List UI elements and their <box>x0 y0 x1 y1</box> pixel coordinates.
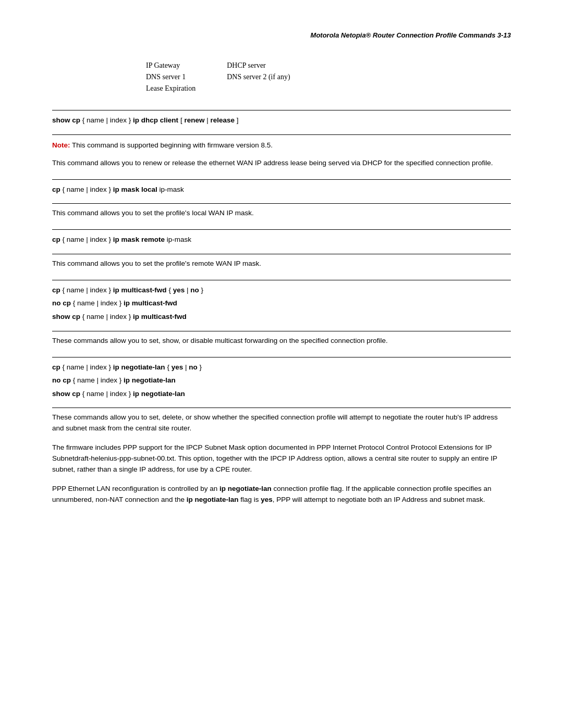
section-divider <box>52 229 511 230</box>
command-block: cp { name | index } ip multicast-fwd { y… <box>52 285 511 323</box>
info-table: IP Gateway DHCP server DNS server 1 DNS … <box>146 60 511 94</box>
negotiate-description-2: The firmware includes PPP support for th… <box>52 442 511 475</box>
table-row: IP Gateway DHCP server <box>146 60 322 71</box>
command-line: no cp { name | index } ip multicast-fwd <box>52 298 511 309</box>
cmd-ip-negotiate-lan: ip negotiate-lan <box>133 390 185 398</box>
cmd-syntax: { name | index } <box>82 390 133 398</box>
cmd-no: no <box>189 363 198 371</box>
section-divider <box>52 280 511 280</box>
cmd-release: release <box>210 116 235 124</box>
inline-bold-1: ip negotiate-lan <box>219 485 272 492</box>
dhcp-description: This command allows you to renew or rele… <box>52 158 511 169</box>
section-mask-local: cp { name | index } ip mask local ip-mas… <box>52 179 511 219</box>
cmd-renew: renew <box>184 116 204 124</box>
cmd-show-cp: show cp <box>52 313 80 320</box>
cmd-no-cp: no cp <box>52 376 71 384</box>
cmd-ip-multicast-fwd: ip multicast-fwd <box>113 286 167 294</box>
cmd-syntax: { name | index } <box>82 116 133 124</box>
command-line: cp { name | index } ip mask local ip-mas… <box>52 184 511 195</box>
section-divider <box>52 331 511 331</box>
cmd-syntax: } <box>201 286 203 294</box>
section-negotiate-lan: cp { name | index } ip negotiate-lan { y… <box>52 357 511 505</box>
section-divider <box>52 357 511 357</box>
cmd-ip-multicast-fwd: ip multicast-fwd <box>124 299 177 307</box>
command-line: show cp { name | index } ip multicast-fw… <box>52 311 511 323</box>
cmd-syntax: { <box>168 286 173 294</box>
section-divider <box>52 134 511 135</box>
cmd-syntax: } <box>199 363 202 371</box>
section-divider <box>52 254 511 254</box>
section-dhcp-client: show cp { name | index } ip dhcp client … <box>52 110 511 169</box>
section-multicast-fwd: cp { name | index } ip multicast-fwd { y… <box>52 280 511 347</box>
command-line: cp { name | index } ip multicast-fwd { y… <box>52 285 511 296</box>
inline-bold-2: ip negotiate-lan <box>187 496 239 503</box>
section-mask-remote: cp { name | index } ip mask remote ip-ma… <box>52 229 511 269</box>
cmd-cp: cp <box>52 286 60 294</box>
cmd-show-cp: show cp <box>52 390 80 398</box>
section-divider <box>52 110 511 110</box>
cmd-cp: cp <box>52 236 60 243</box>
section-divider <box>52 179 511 180</box>
note-text: This command is supported beginning with… <box>72 141 273 149</box>
header-title: Motorola Netopia® Router Connection Prof… <box>311 31 511 39</box>
command-line: no cp { name | index } ip negotiate-lan <box>52 375 511 386</box>
section-divider <box>52 408 511 408</box>
note-label: Note: <box>52 141 70 149</box>
cmd-syntax: { name | index } <box>63 286 113 294</box>
cmd-bracket-close: ] <box>237 116 239 124</box>
negotiate-description-1: These commands allow you to set, delete,… <box>52 412 511 434</box>
note-box: Note: This command is supported beginnin… <box>52 140 511 151</box>
cmd-syntax: { <box>167 363 171 371</box>
table-cell: DNS server 1 <box>146 71 227 83</box>
cmd-ip-multicast-fwd: ip multicast-fwd <box>133 313 187 320</box>
table-cell: DNS server 2 (if any) <box>227 71 321 83</box>
command-line: cp { name | index } ip mask remote ip-ma… <box>52 234 511 245</box>
mask-local-description: This command allows you to set the profi… <box>52 208 511 219</box>
cmd-ip-dhcp-client: ip dhcp client <box>133 116 178 124</box>
cmd-ip-mask-remote: ip mask remote <box>113 236 165 243</box>
cmd-yes: yes <box>172 363 183 371</box>
cmd-ip-mask-param: ip-mask <box>159 186 183 193</box>
inline-bold-yes: yes <box>261 496 273 503</box>
negotiate-description-3: PPP Ethernet LAN reconfiguration is cont… <box>52 484 511 505</box>
table-row: DNS server 1 DNS server 2 (if any) <box>146 71 322 83</box>
cmd-cp: cp <box>52 186 60 193</box>
cmd-syntax: { name | index } <box>73 376 124 384</box>
cmd-ip-negotiate-lan: ip negotiate-lan <box>113 363 165 371</box>
cmd-no-cp: no cp <box>52 299 71 307</box>
cmd-yes: yes <box>173 286 185 294</box>
cmd-ip-negotiate-lan: ip negotiate-lan <box>124 376 176 384</box>
table-cell: DHCP server <box>227 60 321 71</box>
cmd-syntax: { name | index } <box>63 186 113 193</box>
cmd-no: no <box>190 286 199 294</box>
cmd-cp: cp <box>52 363 60 371</box>
cmd-syntax: { name | index } <box>63 236 113 243</box>
section-divider <box>52 203 511 204</box>
table-cell <box>227 83 321 94</box>
cmd-ip-mask-param: ip-mask <box>167 236 191 243</box>
command-line: show cp { name | index } ip negotiate-la… <box>52 388 511 400</box>
cmd-syntax: { name | index } <box>82 313 133 320</box>
table-cell: Lease Expiration <box>146 83 227 94</box>
cmd-syntax: { name | index } <box>63 363 113 371</box>
cmd-syntax: { name | index } <box>73 299 124 307</box>
multicast-description: These commands allow you to set, show, o… <box>52 336 511 347</box>
command-block: cp { name | index } ip negotiate-lan { y… <box>52 362 511 400</box>
table-row: Lease Expiration <box>146 83 322 94</box>
mask-remote-description: This command allows you to set the profi… <box>52 258 511 269</box>
command-line: cp { name | index } ip negotiate-lan { y… <box>52 362 511 373</box>
cmd-ip-mask-local: ip mask local <box>113 186 157 193</box>
page-header: Motorola Netopia® Router Connection Prof… <box>52 31 511 39</box>
command-line: show cp { name | index } ip dhcp client … <box>52 115 511 126</box>
cmd-show: show cp <box>52 116 80 124</box>
table-cell: IP Gateway <box>146 60 227 71</box>
